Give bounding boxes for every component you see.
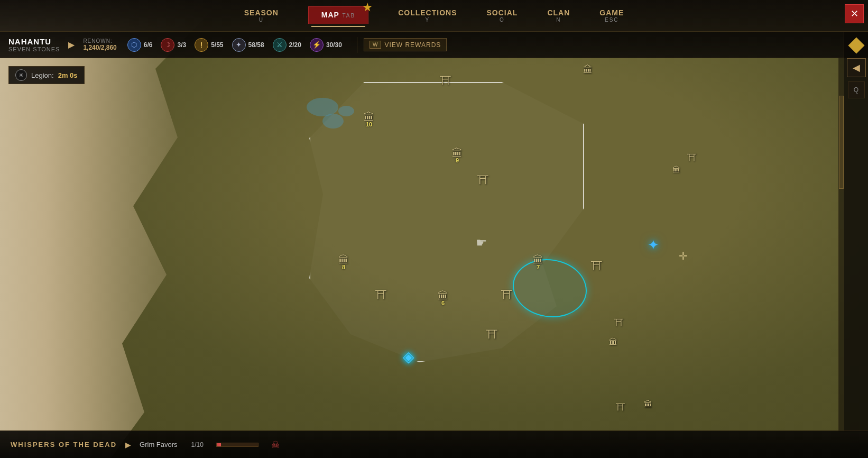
cyan-marker[interactable]: ◈	[403, 348, 414, 365]
quest-progress: 1/10	[191, 441, 204, 448]
map-star-badge	[363, 3, 372, 12]
quest-progress-fill	[217, 443, 221, 446]
waypoint-3[interactable]: ⛩	[591, 259, 603, 273]
stat-icon-dungeons: ☽	[161, 38, 174, 52]
building-solo-4[interactable]: ⛩	[614, 317, 624, 328]
legion-time: 2m 0s	[58, 71, 78, 79]
stat-group-4: ✦ 58/58	[232, 38, 264, 52]
marker-7[interactable]: 🏛 7	[533, 254, 543, 270]
waypoint-1[interactable]: ⛩	[440, 74, 451, 88]
stat-icon-waypoints: ⬡	[127, 38, 141, 52]
nav-map[interactable]: MAP TAB	[293, 5, 383, 26]
stat-value-waypoints: 6/6	[144, 41, 153, 49]
stat-icon-events: ⚔	[273, 38, 287, 52]
legion-label: Legion:	[31, 71, 54, 79]
building-solo-3[interactable]: 🏛	[672, 165, 680, 174]
building-icon-solo-7: 🏛	[644, 400, 652, 409]
location-name: NAHANTU	[8, 37, 60, 46]
stat-group-2: ☽ 3/3	[161, 38, 186, 52]
location-bar: NAHANTU Seven Stones ▶ Renown: 1,240/2,8…	[0, 32, 868, 58]
marker-8[interactable]: 🏛 8	[338, 254, 349, 270]
scroll-indicator[interactable]	[838, 58, 844, 432]
stat-icon-cellars: ✦	[232, 38, 246, 52]
building-icon-solo-4: ⛩	[614, 317, 624, 328]
special-marker-icon: ✦	[648, 237, 659, 253]
stat-icon-strongholds: ⚡	[310, 38, 324, 52]
gate-icon-3: ⛩	[591, 259, 603, 273]
gate-icon-2: ⛩	[477, 173, 489, 187]
building-solo-1[interactable]: 🏛	[583, 65, 593, 76]
special-marker[interactable]: ✦	[648, 237, 659, 253]
marker-number-10: 10	[366, 121, 372, 127]
nav-social[interactable]: SOCIAL O	[472, 6, 532, 25]
right-panel: ◀ Q	[844, 32, 868, 432]
stat-value-dungeons: 3/3	[177, 41, 186, 49]
nav-clan[interactable]: CLAN N	[532, 6, 585, 25]
gate-icon-5: ⛩	[375, 288, 387, 302]
stat-group-3: ! 5/55	[195, 38, 223, 52]
top-navigation: SEASON U MAP TAB COLLECTIONS Y SOCIAL O …	[0, 0, 868, 32]
crosshair-icon: ✛	[679, 250, 688, 262]
quest-subtitle: Grim Favors	[140, 441, 178, 448]
renown-value: 1,240/2,860	[83, 44, 116, 51]
quest-title: WHISPERS OF THE DEAD	[11, 441, 117, 448]
scroll-left-button[interactable]: ◀	[847, 58, 866, 77]
renown-label: Renown:	[83, 38, 116, 44]
gate-icon-6: ⛩	[486, 328, 498, 342]
nav-game[interactable]: GAME ESC	[585, 6, 639, 25]
stat-group-6: ⚡ 30/30	[310, 38, 342, 52]
legion-icon: ☀	[15, 69, 27, 81]
marker-number-7: 7	[537, 264, 540, 270]
waypoint-6[interactable]: ⛩	[486, 328, 498, 342]
quest-progress-bar	[216, 443, 258, 447]
gate-icon-1: ⛩	[440, 74, 451, 88]
bottom-bar: WHISPERS OF THE DEAD ▶ Grim Favors 1/10 …	[0, 430, 868, 458]
stat-group-1: ⬡ 6/6	[127, 38, 153, 52]
view-rewards-button[interactable]: W View Rewards	[364, 38, 447, 51]
building-icon-solo-1: 🏛	[583, 65, 593, 76]
waypoint-4[interactable]: ⛩	[501, 288, 513, 302]
waypoint-2[interactable]: ⛩	[477, 173, 489, 187]
compass-icon	[848, 37, 864, 53]
stat-icon-quests: !	[195, 38, 208, 52]
building-solo-5[interactable]: 🏛	[609, 337, 617, 347]
stat-value-events: 2/20	[289, 41, 301, 49]
view-rewards-label: View Rewards	[384, 41, 441, 49]
building-icon-solo-3: 🏛	[672, 165, 680, 174]
close-button[interactable]: ✕	[845, 4, 864, 23]
marker-6[interactable]: 🏛 6	[438, 290, 448, 306]
crosshair-marker[interactable]: ✛	[679, 250, 688, 262]
legion-timer: ☀ Legion: 2m 0s	[8, 66, 85, 84]
marker-number-9: 9	[456, 157, 459, 163]
waypoint-5[interactable]: ⛩	[375, 288, 387, 302]
building-icon-solo-5: 🏛	[609, 337, 617, 347]
stat-group-5: ⚔ 2/20	[273, 38, 301, 52]
stat-value-cellars: 58/58	[248, 41, 264, 49]
cyan-marker-icon: ◈	[403, 348, 414, 365]
renown-block: Renown: 1,240/2,860	[83, 38, 116, 51]
marker-9[interactable]: 🏛 9	[452, 147, 463, 163]
building-solo-2[interactable]: ⛩	[687, 152, 697, 163]
quest-arrow-icon: ▶	[125, 441, 131, 449]
skull-icon: ☠	[271, 439, 280, 451]
nav-map-wrapper: MAP TAB	[308, 6, 368, 24]
building-icon-solo-6: ⛩	[616, 402, 625, 413]
location-name-block: NAHANTU Seven Stones	[8, 37, 60, 52]
building-solo-7[interactable]: 🏛	[644, 400, 652, 409]
divider	[357, 37, 357, 53]
scroll-thumb	[839, 96, 844, 189]
gate-icon-4: ⛩	[501, 288, 513, 302]
map-mini-button[interactable]: Q	[848, 81, 865, 98]
nav-season[interactable]: SEASON U	[229, 6, 293, 25]
location-subtitle: Seven Stones	[8, 46, 60, 52]
nav-collections[interactable]: COLLECTIONS Y	[383, 6, 472, 25]
marker-10[interactable]: 🏛 10	[364, 111, 374, 127]
building-solo-6[interactable]: ⛩	[616, 402, 625, 413]
view-rewards-key: W	[370, 41, 381, 49]
marker-number-8: 8	[342, 264, 345, 270]
marker-number-6: 6	[441, 300, 445, 306]
stat-value-quests: 5/55	[211, 41, 223, 49]
stat-value-strongholds: 30/30	[326, 41, 342, 49]
building-icon-solo-2: ⛩	[687, 152, 697, 163]
location-arrow-icon: ▶	[68, 40, 75, 50]
